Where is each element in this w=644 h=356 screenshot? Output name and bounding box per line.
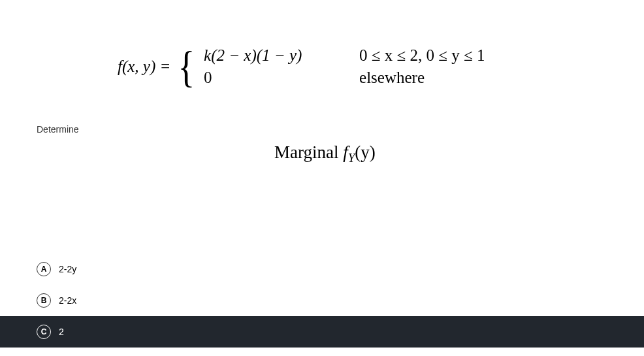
option-letter-c: C — [37, 325, 51, 339]
case-1: k(2 − x)(1 − y) 0 ≤ x ≤ 2, 0 ≤ y ≤ 1 — [204, 46, 485, 65]
case1-value: k(2 − x)(1 − y) — [204, 46, 354, 65]
case2-condition: elsewhere — [359, 69, 425, 87]
case1-condition: 0 ≤ x ≤ 2, 0 ≤ y ≤ 1 — [359, 46, 485, 65]
marginal-label: Marginal — [274, 142, 343, 162]
joint-density-equation: f(x, y) = { k(2 − x)(1 − y) 0 ≤ x ≤ 2, 0… — [118, 44, 485, 89]
option-text-b: 2-2x — [59, 295, 76, 306]
equation-cases: k(2 − x)(1 − y) 0 ≤ x ≤ 2, 0 ≤ y ≤ 1 0 e… — [204, 46, 485, 87]
option-a[interactable]: A 2-2y — [37, 253, 644, 285]
answer-options: A 2-2y B 2-2x C 2 — [37, 253, 644, 348]
marginal-sub: Y — [348, 151, 355, 165]
equation-lhs: f(x, y) = — [118, 57, 170, 76]
option-text-a: 2-2y — [59, 264, 76, 274]
option-letter-b: B — [37, 293, 51, 308]
marginal-question: Marginal fY(y) — [274, 142, 376, 165]
marginal-fn: f — [343, 142, 348, 162]
prompt-text: Determine — [37, 124, 79, 135]
option-b[interactable]: B 2-2x — [37, 285, 644, 316]
option-c[interactable]: C 2 — [0, 316, 644, 348]
marginal-arg: (y) — [355, 142, 375, 162]
option-letter-a: A — [37, 262, 51, 276]
case2-value: 0 — [204, 69, 354, 87]
brace-icon: { — [178, 44, 195, 89]
case-2: 0 elsewhere — [204, 69, 485, 87]
option-text-c: 2 — [59, 327, 64, 337]
